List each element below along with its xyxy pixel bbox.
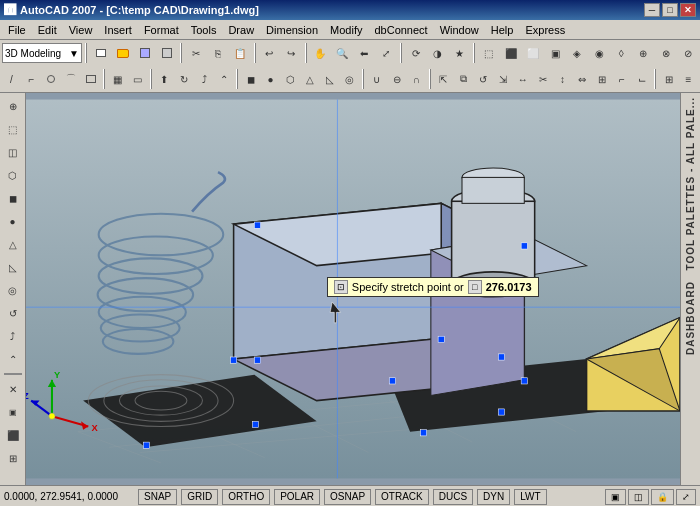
sphere-button[interactable]: ● (261, 68, 280, 90)
wedge-button[interactable]: ◺ (321, 68, 340, 90)
3dorbit-button[interactable]: ⟳ (405, 42, 426, 64)
hatch-button[interactable]: ▦ (108, 68, 127, 90)
lt-btn-14[interactable]: ▣ (2, 401, 24, 423)
copy-button[interactable]: ⎘ (207, 42, 228, 64)
grid-button[interactable]: GRID (181, 489, 218, 505)
pan-button[interactable]: ✋ (310, 42, 331, 64)
lt-btn-13[interactable]: ✕ (2, 378, 24, 400)
plot-button[interactable] (156, 42, 177, 64)
save-button[interactable] (134, 42, 155, 64)
menu-dimension[interactable]: Dimension (260, 22, 324, 38)
extend-button[interactable]: ↕ (553, 68, 572, 90)
pline-button[interactable]: ⌐ (22, 68, 41, 90)
lt-btn-11[interactable]: ⤴ (2, 325, 24, 347)
tb-btn-10[interactable]: ⊘ (677, 42, 698, 64)
zoom-realtime-button[interactable]: 🔍 (332, 42, 353, 64)
toolbar-lock-button[interactable]: 🔒 (651, 489, 674, 505)
tb-btn-6[interactable]: ◉ (589, 42, 610, 64)
circle-button[interactable] (42, 68, 61, 90)
zoom-previous-button[interactable]: ⬅ (354, 42, 375, 64)
sweep-button[interactable]: ⤴ (195, 68, 214, 90)
menu-file[interactable]: File (2, 22, 32, 38)
lt-btn-15[interactable]: ⬛ (2, 424, 24, 446)
menu-dbconnect[interactable]: dbConnect (368, 22, 433, 38)
layer-button[interactable]: ≡ (679, 68, 698, 90)
lt-btn-10[interactable]: ↺ (2, 302, 24, 324)
redo-button[interactable]: ↪ (281, 42, 302, 64)
revolve-button[interactable]: ↻ (175, 68, 194, 90)
lt-btn-8[interactable]: ◺ (2, 256, 24, 278)
lt-btn-6[interactable]: ● (2, 210, 24, 232)
minimize-button[interactable]: ─ (644, 3, 660, 17)
chamfer-button[interactable]: ⌙ (632, 68, 651, 90)
zoom-extent-button[interactable]: ⤢ (376, 42, 397, 64)
dyn-button[interactable]: DYN (477, 489, 510, 505)
mirror-button[interactable]: ⇔ (573, 68, 592, 90)
rect-button[interactable] (82, 68, 101, 90)
menu-edit[interactable]: Edit (32, 22, 63, 38)
lt-btn-4[interactable]: ⬡ (2, 164, 24, 186)
tb-btn-5[interactable]: ◈ (567, 42, 588, 64)
close-button[interactable]: ✕ (680, 3, 696, 17)
move-button[interactable]: ⇱ (434, 68, 453, 90)
tb-btn-3[interactable]: ⬜ (522, 42, 543, 64)
menu-format[interactable]: Format (138, 22, 185, 38)
lt-btn-16[interactable]: ⊞ (2, 447, 24, 469)
fillet-button[interactable]: ⌐ (613, 68, 632, 90)
subtract-button[interactable]: ⊖ (387, 68, 406, 90)
shade-button[interactable]: ◑ (427, 42, 448, 64)
ortho-button[interactable]: ORTHO (222, 489, 270, 505)
tb-btn-2[interactable]: ⬛ (500, 42, 521, 64)
box-button[interactable]: ◼ (241, 68, 260, 90)
rotate-button[interactable]: ↺ (473, 68, 492, 90)
lt-btn-7[interactable]: △ (2, 233, 24, 255)
loft-button[interactable]: ⌃ (214, 68, 233, 90)
line-button[interactable]: / (2, 68, 21, 90)
osnap-button[interactable]: OSNAP (324, 489, 371, 505)
extrude-button[interactable]: ⬆ (155, 68, 174, 90)
union-button[interactable]: ∪ (367, 68, 386, 90)
tb-btn-1[interactable]: ⬚ (478, 42, 499, 64)
ducs-button[interactable]: DUCS (433, 489, 473, 505)
dashboard-tab[interactable]: DASHBOARD (685, 281, 696, 355)
cylinder-button[interactable]: ⬡ (281, 68, 300, 90)
cleanscreen-button[interactable]: ⤢ (676, 489, 696, 505)
menu-express[interactable]: Express (519, 22, 571, 38)
lt-btn-5[interactable]: ◼ (2, 187, 24, 209)
open-button[interactable] (112, 42, 133, 64)
workspace-selector[interactable]: 3D Modeling ▼ (2, 43, 82, 63)
properties-button[interactable]: ⊞ (659, 68, 678, 90)
viewport[interactable]: X Y Z (26, 93, 680, 485)
render-button[interactable]: ★ (449, 42, 470, 64)
snap-button[interactable]: SNAP (138, 489, 177, 505)
tb-btn-7[interactable]: ◊ (611, 42, 632, 64)
cut-button[interactable]: ✂ (185, 42, 206, 64)
lwt-button[interactable]: LWT (514, 489, 546, 505)
lt-btn-9[interactable]: ◎ (2, 279, 24, 301)
trim-button[interactable]: ✂ (533, 68, 552, 90)
copy-obj-button[interactable]: ⧉ (454, 68, 473, 90)
tb-btn-9[interactable]: ⊗ (655, 42, 676, 64)
scale-button[interactable]: ⇲ (493, 68, 512, 90)
intersect-button[interactable]: ∩ (407, 68, 426, 90)
tb-btn-4[interactable]: ▣ (545, 42, 566, 64)
menu-view[interactable]: View (63, 22, 99, 38)
undo-button[interactable]: ↩ (259, 42, 280, 64)
lt-btn-1[interactable]: ⊕ (2, 95, 24, 117)
lt-btn-2[interactable]: ⬚ (2, 118, 24, 140)
menu-window[interactable]: Window (434, 22, 485, 38)
stretch-button[interactable]: ↔ (513, 68, 532, 90)
tb-btn-8[interactable]: ⊕ (633, 42, 654, 64)
paste-button[interactable]: 📋 (229, 42, 250, 64)
array-button[interactable]: ⊞ (593, 68, 612, 90)
menu-modify[interactable]: Modify (324, 22, 368, 38)
menu-insert[interactable]: Insert (98, 22, 138, 38)
new-button[interactable] (90, 42, 111, 64)
lt-btn-3[interactable]: ◫ (2, 141, 24, 163)
menu-help[interactable]: Help (485, 22, 520, 38)
region-button[interactable]: ▭ (128, 68, 147, 90)
menu-draw[interactable]: Draw (222, 22, 260, 38)
polar-button[interactable]: POLAR (274, 489, 320, 505)
model-space-button[interactable]: ▣ (605, 489, 626, 505)
cone-button[interactable]: △ (301, 68, 320, 90)
